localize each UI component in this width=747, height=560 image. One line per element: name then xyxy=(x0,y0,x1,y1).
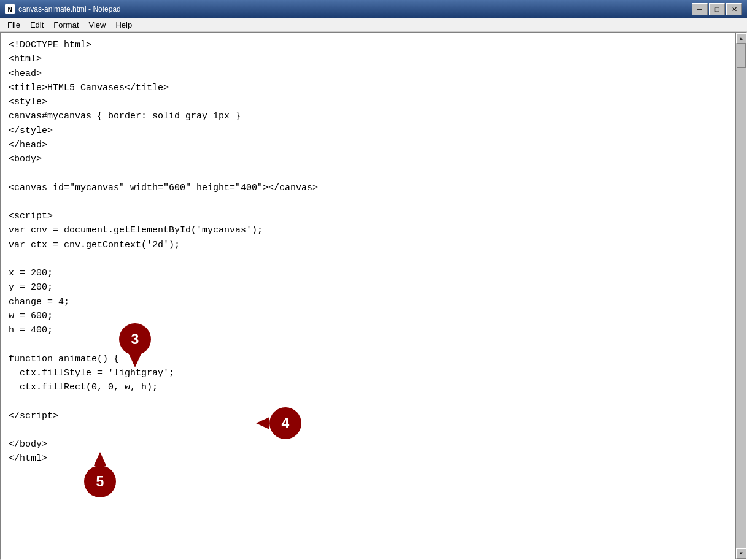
title-bar-text: N canvas-animate.html - Notepad xyxy=(5,4,121,14)
annotation-5-bubble: 5 xyxy=(84,466,116,497)
scroll-down-button[interactable]: ▼ xyxy=(736,548,746,559)
scroll-track[interactable] xyxy=(736,44,746,548)
editor-area: <!DOCTYPE html> <html> <head> <title>HTM… xyxy=(1,33,746,559)
scroll-up-button[interactable]: ▲ xyxy=(736,33,746,44)
vertical-scrollbar[interactable]: ▲ ▼ xyxy=(735,33,746,559)
menu-help[interactable]: Help xyxy=(110,18,137,31)
menu-format[interactable]: Format xyxy=(48,18,83,31)
window-title: canvas-animate.html - Notepad xyxy=(18,5,121,13)
notepad-window: <!DOCTYPE html> <html> <head> <title>HTM… xyxy=(0,32,747,560)
annotation-4: 4 xyxy=(269,407,301,439)
menu-file[interactable]: File xyxy=(2,18,25,31)
title-bar: N canvas-animate.html - Notepad ─ □ ✕ xyxy=(0,0,747,18)
annotation-3-bubble: 3 xyxy=(119,323,151,355)
minimize-button[interactable]: ─ xyxy=(692,3,708,15)
close-button[interactable]: ✕ xyxy=(726,3,742,15)
code-editor[interactable]: <!DOCTYPE html> <html> <head> <title>HTM… xyxy=(9,38,728,466)
text-content[interactable]: <!DOCTYPE html> <html> <head> <title>HTM… xyxy=(1,33,735,559)
annotation-4-bubble: 4 xyxy=(269,407,301,439)
menu-edit[interactable]: Edit xyxy=(25,18,48,31)
notepad-icon: N xyxy=(5,4,15,14)
scroll-thumb[interactable] xyxy=(737,44,746,68)
annotation-3: 3 xyxy=(119,323,151,355)
menu-bar: File Edit Format View Help xyxy=(0,18,747,32)
annotation-5: 5 xyxy=(84,466,116,497)
menu-view[interactable]: View xyxy=(84,18,111,31)
window-controls: ─ □ ✕ xyxy=(692,3,742,15)
maximize-button[interactable]: □ xyxy=(709,3,725,15)
